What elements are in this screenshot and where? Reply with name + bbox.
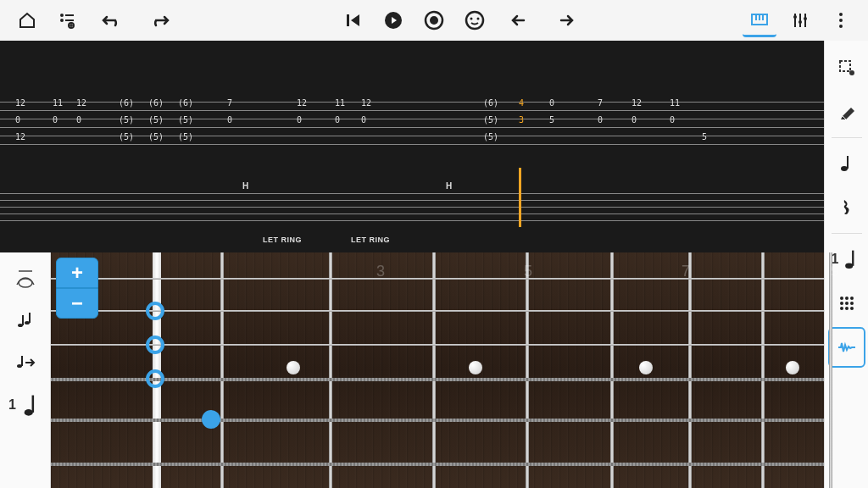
svg-point-2 [60, 19, 64, 22]
finger-position[interactable] [202, 410, 220, 429]
let-ring-annotation: LET RING [263, 236, 302, 244]
svg-rect-27 [840, 61, 850, 71]
svg-point-34 [840, 302, 843, 305]
tracks-button[interactable] [51, 3, 85, 37]
svg-point-20 [839, 19, 843, 22]
svg-point-35 [845, 302, 849, 305]
rest-tool-button[interactable] [828, 187, 865, 228]
fret [220, 252, 224, 488]
string[interactable] [51, 463, 824, 466]
metronome-button[interactable] [458, 3, 492, 37]
record-button[interactable] [417, 3, 451, 37]
tab-number: 0 [297, 115, 302, 125]
string[interactable] [51, 278, 824, 280]
finger-position[interactable] [146, 369, 164, 388]
string[interactable] [51, 378, 824, 381]
eraser-tool-button[interactable] [828, 92, 865, 132]
fretboard[interactable]: 3579 + − [51, 252, 824, 488]
svg-point-36 [850, 302, 854, 305]
hammer-annotation: H [242, 181, 248, 191]
divider [832, 137, 862, 138]
playhead[interactable] [519, 168, 521, 227]
tab-number: 0 [361, 115, 366, 125]
duration-value: 1 [8, 397, 16, 413]
tab-number: 5 [702, 132, 707, 141]
svg-point-22 [19, 279, 32, 287]
tab-number: 0 [15, 115, 20, 125]
fret-marker [287, 361, 300, 374]
tablature-view[interactable]: 12012110120(6)(5)(5)(6)(5)(5)(6)(5)(5)70… [0, 41, 824, 252]
effect-tool-button[interactable] [828, 327, 865, 368]
fret [688, 252, 692, 488]
tab-number: (5) [148, 115, 164, 125]
tab-number: 12 [76, 98, 86, 108]
tab-number: (6) [148, 98, 164, 108]
zoom-control: + − [56, 258, 98, 319]
finger-position[interactable] [146, 336, 164, 354]
nav-forward-button[interactable] [546, 3, 587, 37]
keyboard-button[interactable] [743, 3, 776, 37]
tab-number: (5) [148, 132, 164, 141]
more-button[interactable] [824, 3, 858, 37]
tab-number: 7 [227, 98, 232, 108]
undo-button[interactable] [92, 3, 132, 37]
main-area: 12012110120(6)(5)(5)(6)(5)(5)(6)(5)(5)70… [0, 41, 868, 488]
string[interactable] [51, 419, 824, 422]
tab-number: 11 [53, 98, 63, 108]
svg-point-28 [849, 70, 854, 75]
svg-point-21 [839, 25, 843, 28]
home-button[interactable] [10, 3, 44, 37]
chord-button[interactable] [5, 300, 46, 341]
fret-number: 7 [682, 263, 690, 280]
fret [761, 252, 765, 488]
tab-number: 4 [519, 98, 524, 108]
svg-point-10 [470, 18, 473, 20]
tab-number: (6) [178, 98, 193, 108]
finger-position[interactable] [146, 302, 164, 320]
divider [832, 233, 862, 234]
svg-rect-5 [347, 14, 349, 26]
note-tool-button[interactable] [828, 143, 865, 184]
content-area: 12012110120(6)(5)(5)(6)(5)(5)(6)(5)(5)70… [0, 41, 824, 488]
tab-number: 12 [297, 98, 307, 108]
fret-number: 3 [376, 263, 385, 280]
svg-point-39 [850, 307, 854, 310]
tab-number: 12 [15, 132, 25, 141]
duration-button[interactable]: 1 [5, 385, 46, 425]
string[interactable] [51, 344, 824, 346]
svg-point-37 [840, 307, 843, 310]
tie-button[interactable] [5, 342, 46, 383]
redo-button[interactable] [139, 3, 180, 37]
instrument-button[interactable] [5, 258, 46, 298]
grid-tool-button[interactable] [828, 283, 865, 324]
hammer-annotation: H [446, 181, 452, 191]
fret-number: 9 [831, 263, 839, 280]
wood-grain [51, 252, 824, 488]
tab-number: (5) [483, 115, 498, 125]
svg-point-11 [477, 18, 480, 20]
svg-rect-3 [65, 19, 74, 21]
tab-number: 12 [15, 98, 25, 108]
zoom-out-button[interactable]: − [56, 288, 98, 319]
zoom-in-button[interactable]: + [56, 258, 98, 288]
mixer-button[interactable] [783, 3, 817, 37]
string[interactable] [51, 310, 824, 312]
let-ring-annotation: LET RING [351, 236, 390, 244]
svg-point-31 [840, 297, 843, 300]
skip-back-button[interactable] [336, 3, 370, 37]
fret [329, 252, 332, 488]
play-button[interactable] [376, 3, 410, 37]
nav-back-button[interactable] [498, 3, 539, 37]
tab-number: 7 [598, 98, 603, 108]
select-tool-button[interactable] [828, 47, 865, 88]
fretboard-area: 1 3579 + − [0, 252, 824, 488]
fret [610, 252, 614, 488]
fret [526, 252, 529, 488]
tab-number: (5) [119, 115, 134, 125]
fret-marker [469, 361, 482, 374]
svg-point-32 [845, 297, 849, 300]
tab-number: 0 [53, 115, 58, 125]
svg-point-9 [466, 12, 483, 29]
fret-number: 5 [524, 263, 532, 280]
svg-rect-14 [759, 14, 760, 20]
